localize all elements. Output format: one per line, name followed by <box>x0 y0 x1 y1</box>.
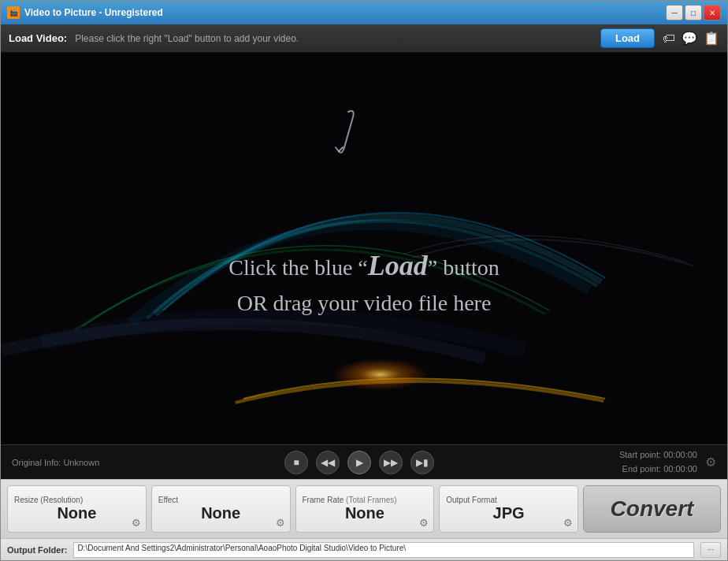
app-icon: 🎬 <box>7 6 20 19</box>
load-word: Load <box>368 250 428 281</box>
start-point: Start point: 00:00:00 <box>619 448 697 463</box>
effect-value: None <box>158 504 284 522</box>
player-info: Original Info: Unknown <box>12 458 99 467</box>
toolbar-icons: 🏷 💬 📋 <box>663 31 719 46</box>
video-area[interactable]: Click the blue “Load” button OR drag you… <box>1 53 727 479</box>
instruction-part2: OR drag your video file here <box>237 291 492 315</box>
player-bar: Original Info: Unknown ■ ◀◀ ▶ ▶▶ ▶▮ Star… <box>1 444 727 479</box>
title-bar-left: 🎬 Video to Picture - Unregistered <box>7 6 163 19</box>
effect-label: Effect <box>158 496 178 504</box>
tag-icon[interactable]: 🏷 <box>663 32 675 46</box>
main-window: 🎬 Video to Picture - Unregistered ─ □ ✕ … <box>0 0 728 561</box>
effect-control[interactable]: Effect None ⚙ <box>151 485 291 533</box>
framerate-label-sub: (Total Frames) <box>346 496 396 504</box>
next-button[interactable]: ▶▶ <box>379 451 403 474</box>
close-button[interactable]: ✕ <box>704 5 721 20</box>
bottom-controls: Resize (Resolution) None ⚙ Effect None ⚙… <box>1 479 727 538</box>
resize-gear-icon[interactable]: ⚙ <box>132 517 141 529</box>
time-info: Start point: 00:00:00 End point: 00:00:0… <box>619 448 697 476</box>
settings-icon[interactable]: ⚙ <box>705 455 716 470</box>
load-hint: Please click the right "Load" button to … <box>75 33 592 44</box>
framerate-label-main: Frame Rate <box>303 496 344 504</box>
resize-control[interactable]: Resize (Resolution) None ⚙ <box>7 485 147 533</box>
framerate-control[interactable]: Frame Rate (Total Frames) None ⚙ <box>295 485 435 533</box>
comment-icon[interactable]: 💬 <box>682 31 697 46</box>
output-folder-bar: Output Folder: D:\Document And Settings2… <box>1 538 727 560</box>
end-point-value: 00:00:00 <box>663 464 697 474</box>
start-point-label: Start point: <box>619 450 661 459</box>
load-bar: Load Video: Please click the right "Load… <box>1 24 727 53</box>
resize-label: Resize (Resolution) <box>14 496 83 504</box>
effect-gear-icon[interactable]: ⚙ <box>276 517 285 529</box>
title-bar-buttons: ─ □ ✕ <box>666 5 721 20</box>
prev-button[interactable]: ◀◀ <box>316 451 340 474</box>
capture-button[interactable]: ▶▮ <box>410 451 434 474</box>
output-format-gear-icon[interactable]: ⚙ <box>563 517 573 529</box>
output-format-label: Output Format <box>446 496 496 504</box>
convert-button[interactable]: Convert <box>583 485 721 533</box>
title-bar: 🎬 Video to Picture - Unregistered ─ □ ✕ <box>1 1 727 24</box>
load-button[interactable]: Load <box>600 28 655 48</box>
stop-button[interactable]: ■ <box>284 451 308 474</box>
info-icon[interactable]: 📋 <box>704 31 719 46</box>
framerate-value: None <box>303 504 428 522</box>
minimize-button[interactable]: ─ <box>666 5 683 20</box>
end-point: End point: 00:00:00 <box>619 463 697 477</box>
load-label: Load Video: <box>9 32 67 44</box>
video-overlay: Click the blue “Load” button OR drag you… <box>1 53 727 479</box>
resize-value: None <box>14 504 139 522</box>
start-point-value: 00:00:00 <box>663 450 697 459</box>
player-controls: ■ ◀◀ ▶ ▶▶ ▶▮ <box>99 451 619 474</box>
video-instruction: Click the blue “Load” button OR drag you… <box>228 244 500 320</box>
play-button[interactable]: ▶ <box>347 451 371 474</box>
window-title: Video to Picture - Unregistered <box>24 7 163 18</box>
maximize-button[interactable]: □ <box>685 5 702 20</box>
output-browse-button[interactable]: ··· <box>700 542 721 558</box>
output-folder-label: Output Folder: <box>7 545 67 555</box>
output-folder-path: D:\Document And Settings2\Administrator\… <box>73 542 694 558</box>
instruction-part1: Click the blue “Load” button <box>228 255 500 280</box>
framerate-gear-icon[interactable]: ⚙ <box>419 517 429 529</box>
output-format-control[interactable]: Output Format JPG ⚙ <box>439 485 578 533</box>
framerate-label: Frame Rate (Total Frames) <box>303 496 397 504</box>
end-point-label: End point: <box>622 464 662 474</box>
output-format-value: JPG <box>446 504 571 522</box>
